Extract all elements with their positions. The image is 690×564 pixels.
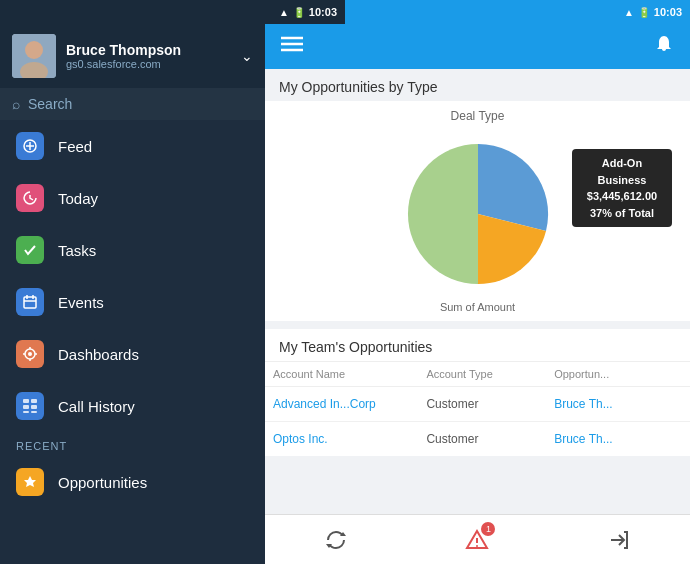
- callhistory-icon: [16, 392, 44, 420]
- col-header-opp: Opportun...: [554, 368, 682, 380]
- sidebar-item-label-today: Today: [58, 190, 98, 207]
- opportunity-2[interactable]: Bruce Th...: [554, 432, 682, 446]
- dropdown-arrow-icon[interactable]: ⌄: [241, 48, 253, 64]
- svg-rect-18: [23, 405, 29, 409]
- chart-container: Deal Type Add-OnBusiness $3,445,612.00 3…: [265, 101, 690, 321]
- chart-wrap: Add-OnBusiness $3,445,612.00 37% of Tota…: [273, 129, 682, 299]
- table-row: Advanced In...Corp Customer Bruce Th...: [265, 387, 690, 422]
- sidebar-item-tasks[interactable]: Tasks: [0, 224, 265, 276]
- svg-point-1: [25, 41, 43, 59]
- recent-label: RECENT: [0, 432, 265, 456]
- opportunity-1[interactable]: Bruce Th...: [554, 397, 682, 411]
- account-type-1: Customer: [426, 397, 554, 411]
- account-type-2: Customer: [426, 432, 554, 446]
- right-header: [265, 24, 690, 69]
- battery-icon-right: 🔋: [638, 7, 650, 18]
- badge-count: 1: [481, 522, 495, 536]
- alert-button[interactable]: 1: [463, 526, 491, 554]
- account-name-1[interactable]: Advanced In...Corp: [273, 397, 426, 411]
- sidebar-item-label-events: Events: [58, 294, 104, 311]
- sidebar-item-callhistory[interactable]: Call History: [0, 380, 265, 432]
- sidebar-item-opportunities[interactable]: Opportunities: [0, 456, 265, 508]
- refresh-button[interactable]: [322, 526, 350, 554]
- search-input[interactable]: [28, 96, 253, 112]
- tooltip-percent: 37% of Total: [580, 205, 664, 222]
- svg-point-11: [28, 352, 32, 356]
- user-header: Bruce Thompson gs0.salesforce.com ⌄: [0, 24, 265, 88]
- dashboards-icon: [16, 340, 44, 368]
- user-info: Bruce Thompson gs0.salesforce.com: [66, 42, 231, 70]
- svg-rect-20: [23, 411, 29, 413]
- signal-icon: ▲: [279, 7, 289, 18]
- svg-marker-22: [24, 476, 36, 487]
- deal-type-label: Deal Type: [273, 109, 682, 123]
- svg-rect-17: [31, 399, 37, 403]
- team-title: My Team's Opportunities: [265, 329, 690, 362]
- sidebar-item-label-feed: Feed: [58, 138, 92, 155]
- opportunities-icon: [16, 468, 44, 496]
- sidebar-item-today[interactable]: Today: [0, 172, 265, 224]
- hamburger-icon[interactable]: [281, 36, 303, 57]
- table-header: Account Name Account Type Opportun...: [265, 362, 690, 387]
- col-header-account: Account Name: [273, 368, 426, 380]
- time-right: 10:03: [654, 6, 682, 18]
- chart-sum-label: Sum of Amount: [273, 301, 682, 313]
- svg-rect-21: [31, 411, 37, 413]
- sidebar-item-events[interactable]: Events: [0, 276, 265, 328]
- opportunities-section-title: My Opportunities by Type: [265, 69, 690, 101]
- col-header-type: Account Type: [426, 368, 554, 380]
- avatar: [12, 34, 56, 78]
- sidebar-item-feed[interactable]: Feed: [0, 120, 265, 172]
- account-name-2[interactable]: Optos Inc.: [273, 432, 426, 446]
- team-section: My Team's Opportunities Account Name Acc…: [265, 329, 690, 456]
- svg-point-30: [476, 545, 478, 547]
- sidebar-item-dashboards[interactable]: Dashboards: [0, 328, 265, 380]
- bottom-toolbar: 1: [265, 514, 690, 564]
- search-icon: ⌕: [12, 96, 20, 112]
- sidebar-item-label-callhistory: Call History: [58, 398, 135, 415]
- table-row: Optos Inc. Customer Bruce Th...: [265, 422, 690, 456]
- events-icon: [16, 288, 44, 316]
- tooltip-amount: $3,445,612.00: [580, 188, 664, 205]
- search-bar[interactable]: ⌕: [0, 88, 265, 120]
- tasks-icon: [16, 236, 44, 264]
- sidebar-item-label-tasks: Tasks: [58, 242, 96, 259]
- main-content: My Opportunities by Type Deal Type Add-O…: [265, 69, 690, 514]
- svg-rect-16: [23, 399, 29, 403]
- user-name: Bruce Thompson: [66, 42, 231, 58]
- time-left: 10:03: [309, 6, 337, 18]
- left-panel: Bruce Thompson gs0.salesforce.com ⌄ ⌕ Fe…: [0, 0, 265, 564]
- right-panel: My Opportunities by Type Deal Type Add-O…: [265, 0, 690, 564]
- battery-icon: 🔋: [293, 7, 305, 18]
- today-icon: [16, 184, 44, 212]
- svg-rect-19: [31, 405, 37, 409]
- nav-list: Feed Today Tasks Events Dashboards: [0, 120, 265, 564]
- pie-chart: [398, 134, 558, 294]
- svg-rect-6: [24, 297, 36, 308]
- user-email: gs0.salesforce.com: [66, 58, 231, 70]
- alert-icon: 1: [463, 526, 491, 554]
- feed-icon: [16, 132, 44, 160]
- wifi-icon-right: ▲: [624, 7, 634, 18]
- refresh-icon: [322, 526, 350, 554]
- sidebar-item-label-dashboards: Dashboards: [58, 346, 139, 363]
- tooltip-title: Add-OnBusiness: [580, 155, 664, 188]
- chart-tooltip: Add-OnBusiness $3,445,612.00 37% of Tota…: [572, 149, 672, 227]
- share-button[interactable]: [605, 526, 633, 554]
- bell-icon[interactable]: [654, 34, 674, 59]
- share-icon: [605, 526, 633, 554]
- sidebar-item-label-opportunities: Opportunities: [58, 474, 147, 491]
